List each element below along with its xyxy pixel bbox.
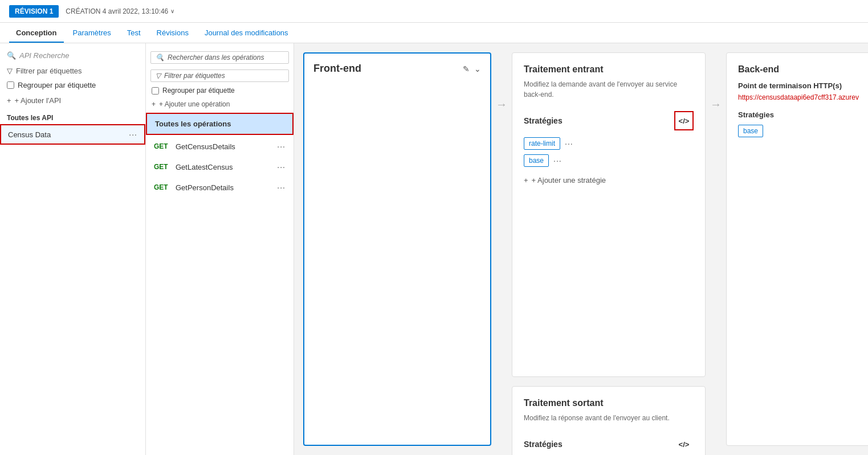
strategy-tag-base[interactable]: base xyxy=(524,154,549,167)
arrow-inbound: → xyxy=(496,52,507,446)
add-label: + Ajouter l'API xyxy=(15,96,62,105)
sidebar-group-checkbox[interactable]: Regrouper par étiquette xyxy=(0,79,145,92)
strategy-menu-icon-0[interactable]: ··· xyxy=(565,139,573,148)
ops-add-operation[interactable]: + + Ajouter une opération xyxy=(146,97,294,112)
ops-search-bar[interactable]: 🔍 Rechercher dans les opérations xyxy=(150,51,289,64)
get-badge-0: GET xyxy=(154,142,171,150)
strategy-item-1: base ··· xyxy=(524,154,694,167)
op-item-get-latest-census[interactable]: GET GetLatestCensus ··· xyxy=(146,157,294,177)
ops-add-label: + Ajouter une opération xyxy=(159,100,230,108)
chevron-down-icon[interactable]: ⌄ xyxy=(474,64,481,73)
search-placeholder: API Recherche xyxy=(19,51,69,60)
tab-conception[interactable]: Conception xyxy=(9,24,64,43)
sidebar-search-bar[interactable]: 🔍 API Recherche xyxy=(0,48,145,63)
search-icon: 🔍 xyxy=(7,51,16,60)
sidebar-add-api[interactable]: + + Ajouter l'API xyxy=(0,92,145,109)
code-icon: </> xyxy=(679,117,690,125)
inbound-strategies-label: Stratégies xyxy=(524,116,563,125)
ops-search-placeholder: Rechercher dans les opérations xyxy=(168,54,264,62)
ops-all-operations[interactable]: Toutes les opérations xyxy=(146,113,294,135)
endpoint-label: Point de terminaison HTTP(s) xyxy=(738,81,868,90)
outbound-strategies-header: Stratégies </> xyxy=(524,434,694,454)
group-checkbox-input[interactable] xyxy=(7,81,14,89)
op-name-2: GetPersonDetails xyxy=(176,183,272,192)
outbound-code-button[interactable]: </> xyxy=(674,434,694,454)
op-item-get-person-details[interactable]: GET GetPersonDetails ··· xyxy=(146,177,294,198)
strategy-menu-icon-1[interactable]: ··· xyxy=(553,156,562,165)
op-menu-icon-0[interactable]: ··· xyxy=(277,142,286,151)
outbound-title: Traitement sortant xyxy=(524,398,694,408)
inbound-desc: Modifiez la demande avant de l'envoyer a… xyxy=(524,79,694,100)
frontend-card: Front-end ✎ ⌄ xyxy=(303,52,491,446)
add-strategy-label: + Ajouter une stratégie xyxy=(532,176,606,185)
pencil-icon[interactable]: ✎ xyxy=(463,64,470,73)
chevron-down-icon[interactable]: ∨ xyxy=(170,8,174,14)
api-item-census-data[interactable]: Census Data ··· xyxy=(0,124,145,145)
frontend-card-icons: ✎ ⌄ xyxy=(463,64,481,73)
filter-label: Filtrer par étiquettes xyxy=(16,67,82,75)
ops-add-icon: + xyxy=(152,100,156,108)
add-strategy-icon: + xyxy=(524,176,528,185)
inbound-card: Traitement entrant Modifiez la demande a… xyxy=(512,52,706,446)
backend-title: Back-end xyxy=(738,64,868,75)
sidebar-section-title: Toutes les API xyxy=(0,109,145,124)
outbound-strategies-label: Stratégies xyxy=(524,440,563,449)
ops-filter-bar[interactable]: ▽ Filtrer par étiquettes xyxy=(150,69,289,82)
outbound-processing-area: Traitement sortant Modifiez la réponse a… xyxy=(512,386,706,455)
strategy-tag-rate-limit[interactable]: rate-limit xyxy=(524,137,560,150)
ops-search-icon: 🔍 xyxy=(156,54,164,62)
tab-revisions[interactable]: Révisions xyxy=(150,24,195,43)
op-menu-icon-1[interactable]: ··· xyxy=(277,162,286,171)
revision-badge: RÉVISION 1 xyxy=(9,5,59,18)
get-badge-2: GET xyxy=(154,183,171,191)
outbound-processing-card: Traitement sortant Modifiez la réponse a… xyxy=(512,386,706,455)
inbound-title: Traitement entrant xyxy=(524,64,694,75)
ops-group-checkbox[interactable]: Regrouper par étiquette xyxy=(146,84,294,97)
operations-panel: 🔍 Rechercher dans les opérations ▽ Filtr… xyxy=(146,43,294,455)
inbound-code-button[interactable]: </> xyxy=(674,111,694,130)
design-canvas: Front-end ✎ ⌄ → Traitement entrant Modif… xyxy=(294,43,868,455)
frontend-card-header: Front-end ✎ ⌄ xyxy=(313,63,481,75)
ops-checkbox-input[interactable] xyxy=(152,87,159,95)
backend-card: Back-end Point de terminaison HTTP(s) ht… xyxy=(726,52,868,446)
sidebar: 🔍 API Recherche ▽ Filtrer par étiquettes… xyxy=(0,43,146,455)
ops-filter-placeholder: Filtrer par étiquettes xyxy=(164,72,225,80)
get-badge-1: GET xyxy=(154,163,171,171)
op-item-get-census-details[interactable]: GET GetCensusDetails ··· xyxy=(146,136,294,157)
arrow-backend: → xyxy=(710,52,722,446)
backend-strategy-base[interactable]: base xyxy=(738,125,763,137)
sidebar-filter[interactable]: ▽ Filtrer par étiquettes xyxy=(0,63,145,79)
tab-parametres[interactable]: Paramètres xyxy=(66,24,118,43)
outbound-code-icon: </> xyxy=(679,440,690,449)
inbound-processing-card: Traitement entrant Modifiez la demande a… xyxy=(512,52,706,377)
inbound-strategies-header: Stratégies </> xyxy=(524,111,694,130)
outbound-desc: Modifiez la réponse avant de l'envoyer a… xyxy=(524,413,694,423)
ops-filter-icon: ▽ xyxy=(156,72,161,80)
group-label: Regrouper par étiquette xyxy=(18,81,96,89)
op-menu-icon-2[interactable]: ··· xyxy=(277,183,286,192)
tabs-bar: Conception Paramètres Test Révisions Jou… xyxy=(0,23,868,43)
top-bar: RÉVISION 1 CRÉATION 4 avril 2022, 13:10:… xyxy=(0,0,868,23)
creation-info: CRÉATION 4 avril 2022, 13:10:46 ∨ xyxy=(66,7,174,15)
tab-journal[interactable]: Journal des modifications xyxy=(198,24,295,43)
backend-strategies-label: Stratégies xyxy=(738,110,868,119)
main-layout: 🔍 API Recherche ▽ Filtrer par étiquettes… xyxy=(0,43,868,455)
add-icon: + xyxy=(7,96,11,105)
frontend-title: Front-end xyxy=(313,63,361,75)
strategy-item-0: rate-limit ··· xyxy=(524,137,694,150)
api-item-menu-icon[interactable]: ··· xyxy=(129,130,137,139)
op-name-0: GetCensusDetails xyxy=(176,142,272,151)
tab-test[interactable]: Test xyxy=(120,24,148,43)
op-name-1: GetLatestCensus xyxy=(176,163,272,171)
ops-group-label: Regrouper par étiquette xyxy=(162,87,235,95)
api-item-name: Census Data xyxy=(8,130,51,139)
filter-icon: ▽ xyxy=(7,67,13,75)
endpoint-url[interactable]: https://censusdataapi6ed7cff317.azurev xyxy=(738,93,868,101)
add-strategy-button[interactable]: + + Ajouter une stratégie xyxy=(524,176,694,185)
